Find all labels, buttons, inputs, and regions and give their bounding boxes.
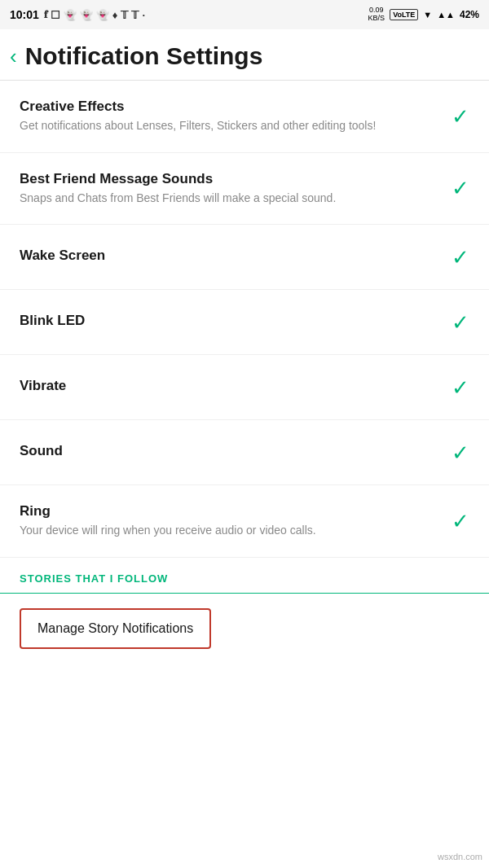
setting-content-wake-screen: Wake Screen — [20, 248, 452, 267]
setting-desc-ring: Your device will ring when you receive a… — [20, 523, 435, 539]
setting-desc-creative-effects: Get notifications about Lenses, Filters,… — [20, 118, 435, 134]
setting-title-wake-screen: Wake Screen — [20, 248, 435, 264]
setting-title-best-friend-sounds: Best Friend Message Sounds — [20, 171, 435, 187]
setting-content-best-friend-sounds: Best Friend Message Sounds Snaps and Cha… — [20, 171, 452, 207]
status-bar: 10:01 𝐟 ☐ 👻 👻 👻 ♦ 𝕋 𝕋 · 0.09 KB/S VoLTE … — [0, 0, 489, 29]
checkmark-best-friend-sounds: ✓ — [452, 178, 469, 199]
wifi-icon: ▼ — [423, 10, 432, 20]
setting-content-blink-led: Blink LED — [20, 313, 452, 332]
status-time: 10:01 — [10, 8, 39, 21]
data-speed: 0.09 KB/S — [368, 7, 385, 23]
snapchat-icon1: 👻 — [64, 9, 77, 21]
back-button[interactable]: ‹ — [10, 44, 17, 69]
setting-item-wake-screen[interactable]: Wake Screen ✓ — [0, 225, 489, 290]
checkmark-wake-screen: ✓ — [452, 247, 469, 268]
watermark: wsxdn.com — [438, 852, 482, 861]
facebook-icon: 𝐟 — [44, 8, 47, 21]
snapchat-icon2: 👻 — [80, 9, 93, 21]
setting-item-creative-effects[interactable]: Creative Effects Get notifications about… — [0, 81, 489, 153]
status-right: 0.09 KB/S VoLTE ▼ ▲▲ 42% — [368, 7, 479, 23]
setting-item-best-friend-sounds[interactable]: Best Friend Message Sounds Snaps and Cha… — [0, 153, 489, 226]
setting-item-sound[interactable]: Sound ✓ — [0, 420, 489, 485]
checkmark-blink-led: ✓ — [452, 312, 469, 333]
setting-title-ring: Ring — [20, 503, 435, 519]
volte-badge: VoLTE — [390, 9, 418, 20]
page-header: ‹ Notification Settings — [0, 29, 489, 80]
twitter-icon1: 𝕋 — [121, 9, 128, 21]
dot-separator: · — [142, 9, 145, 21]
setting-content-ring: Ring Your device will ring when you rece… — [20, 503, 452, 539]
instagram-icon: ☐ — [51, 9, 60, 21]
status-icons: 𝐟 ☐ 👻 👻 👻 ♦ 𝕋 𝕋 · — [44, 8, 145, 21]
setting-item-ring[interactable]: Ring Your device will ring when you rece… — [0, 485, 489, 558]
app-icon: ♦ — [112, 9, 118, 21]
page-title: Notification Settings — [25, 42, 263, 70]
setting-title-blink-led: Blink LED — [20, 313, 435, 329]
stories-section-header: STORIES THAT I FOLLOW — [0, 558, 489, 593]
status-left: 10:01 𝐟 ☐ 👻 👻 👻 ♦ 𝕋 𝕋 · — [10, 8, 145, 21]
checkmark-ring: ✓ — [452, 511, 469, 532]
manage-story-label: Manage Story Notifications — [37, 621, 193, 635]
signal-icon: ▲▲ — [437, 10, 455, 20]
checkmark-creative-effects: ✓ — [452, 106, 469, 127]
setting-desc-best-friend-sounds: Snaps and Chats from Best Friends will m… — [20, 191, 435, 207]
setting-content-creative-effects: Creative Effects Get notifications about… — [20, 99, 452, 134]
setting-content-vibrate: Vibrate — [20, 378, 452, 397]
stories-section-divider — [0, 593, 489, 594]
settings-list: Creative Effects Get notifications about… — [0, 81, 489, 558]
battery-level: 42% — [460, 9, 479, 20]
setting-title-creative-effects: Creative Effects — [20, 99, 435, 115]
setting-title-sound: Sound — [20, 443, 435, 459]
snapchat-icon3: 👻 — [96, 9, 109, 21]
checkmark-vibrate: ✓ — [452, 377, 469, 398]
stories-section-title: STORIES THAT I FOLLOW — [20, 572, 469, 585]
manage-story-button[interactable]: Manage Story Notifications — [20, 608, 211, 649]
setting-title-vibrate: Vibrate — [20, 378, 435, 394]
setting-content-sound: Sound — [20, 443, 452, 462]
checkmark-sound: ✓ — [452, 442, 469, 463]
setting-item-vibrate[interactable]: Vibrate ✓ — [0, 355, 489, 420]
twitter-icon2: 𝕋 — [131, 9, 139, 21]
setting-item-blink-led[interactable]: Blink LED ✓ — [0, 290, 489, 355]
